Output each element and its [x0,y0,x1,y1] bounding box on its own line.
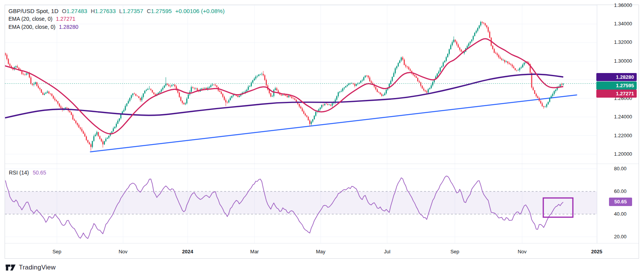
ema200-line [5,74,563,118]
widget-border [5,5,639,259]
tradingview-logo[interactable]: TradingView [5,263,56,272]
rsi-axis-label: 60.00 [614,188,641,195]
price-badge: 1.28280 [596,73,637,81]
rsi-label[interactable]: RSI (14) [9,170,29,176]
ema20-line [5,39,563,134]
time-axis-label: 2024 [182,249,193,255]
time-axis-label: Sep [450,249,459,255]
price-axis-label: 1.30000 [614,58,641,64]
ema20-legend-row[interactable]: EMA (20, close, 0) 1.27271 [8,16,225,24]
rsi-value: 50.65 [33,170,46,176]
price-axis-label: 1.34000 [614,21,641,27]
rsi-axis-label: 40.00 [614,211,641,217]
ohlc-high: H1.27633 [91,8,116,14]
ema20-value: 1.27271 [56,16,75,22]
tradingview-logo-text: TradingView [19,264,56,271]
rsi-value-badge: 50.65 [609,198,632,206]
time-axis-label: Jul [384,249,391,255]
rsi-axis-label: 20.00 [614,234,641,240]
ema200-label[interactable]: EMA (200, close, 0) [8,24,55,30]
ema200-legend-row[interactable]: EMA (200, close, 0) 1.28280 [8,24,225,32]
price-badge: 1.27595 [596,81,637,90]
symbol-title[interactable]: GBP/USD Spot, 1D [8,8,58,14]
tradingview-chart-window: GBP/USD Spot, 1D O1.27483 H1.27633 L1.27… [0,0,644,276]
time-axis-label: Sep [52,249,61,255]
ascending-trendline [90,95,577,152]
time-axis-label: Mar [250,249,259,255]
ohlc-open: O1.27483 [62,8,87,14]
ohlc-close: C1.27595 [147,8,172,14]
ohlc-low: L1.27357 [119,8,143,14]
price-axis-label: 1.24000 [614,114,641,120]
indicator-legend: GBP/USD Spot, 1D O1.27483 H1.27633 L1.27… [8,8,225,32]
change-value: +0.00106 (+0.08%) [175,8,225,14]
rsi-axis-label: 80.00 [614,166,641,172]
price-axis-label: 1.36000 [614,2,641,8]
symbol-legend-row[interactable]: GBP/USD Spot, 1D O1.27483 H1.27633 L1.27… [8,8,225,16]
chart-canvas[interactable] [0,0,644,276]
time-axis-label: 2025 [591,249,602,255]
ema200-value: 1.28280 [59,24,78,30]
rsi-band [5,191,597,214]
price-axis-label: 1.22000 [614,133,641,139]
rsi-legend-row[interactable]: RSI (14) 50.65 [9,170,46,176]
time-axis-label: Nov [518,249,526,255]
tradingview-logo-icon [5,263,16,272]
time-axis-label: Nov [118,249,127,255]
price-axis-label: 1.20000 [614,151,641,157]
price-badge: 1.27271 [596,90,637,98]
ema20-label[interactable]: EMA (20, close, 0) [8,16,52,22]
price-axis-label: 1.32000 [614,39,641,45]
time-axis-label: May [316,249,326,255]
